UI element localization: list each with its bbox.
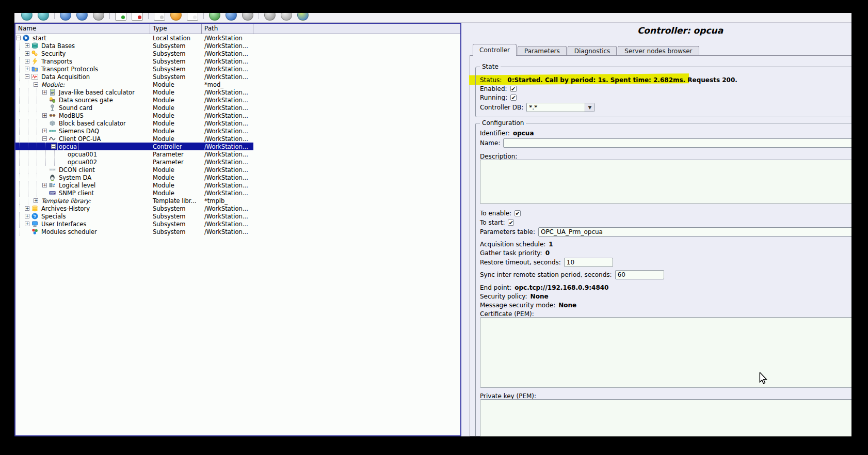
collapse-icon[interactable]: − bbox=[34, 82, 38, 87]
tree-indent-guide bbox=[34, 135, 42, 143]
save-icon[interactable] bbox=[76, 13, 88, 21]
name-field[interactable] bbox=[503, 138, 851, 148]
tree-row-main: Block based calculatorModule/WorkStation… bbox=[15, 119, 253, 127]
tree-body: −startLocal station/WorkStation+Data Bas… bbox=[15, 34, 460, 236]
tree-cell-type: Module bbox=[150, 97, 202, 104]
tree-indent-guide bbox=[16, 220, 25, 228]
expand-icon[interactable]: + bbox=[25, 206, 29, 211]
collapse-icon[interactable]: − bbox=[51, 144, 56, 149]
tab-controller[interactable]: Controller bbox=[473, 44, 517, 56]
private-key-field[interactable] bbox=[480, 399, 851, 436]
to-enable-checkbox[interactable]: ✔ bbox=[515, 210, 521, 216]
tree-row[interactable]: +SIEMENSSiemens DAQModule/WorkStation... bbox=[15, 127, 460, 135]
security-policy-row: Security policy: None bbox=[480, 292, 549, 301]
svg-text:SIEMENS: SIEMENS bbox=[49, 130, 56, 132]
sync-period-field[interactable] bbox=[615, 270, 664, 279]
tree-row[interactable]: +Data BasesSubsystem/WorkStation... bbox=[15, 42, 460, 50]
to-start-checkbox[interactable]: ✔ bbox=[508, 219, 514, 226]
load-icon[interactable] bbox=[60, 13, 71, 21]
tree-item-label: Modules scheduler bbox=[40, 228, 98, 236]
enabled-row: Enabled: ✔ bbox=[480, 85, 517, 93]
up-icon[interactable] bbox=[93, 13, 104, 21]
tree-row[interactable]: +TransportsSubsystem/WorkStation... bbox=[15, 57, 460, 65]
tree-row[interactable]: +Transport ProtocolsSubsystem/WorkStatio… bbox=[15, 65, 460, 73]
expand-icon[interactable]: + bbox=[25, 59, 29, 64]
delete-item-icon[interactable] bbox=[132, 13, 143, 21]
refresh-icon[interactable] bbox=[209, 13, 220, 21]
restore-timeout-field[interactable] bbox=[564, 258, 613, 267]
parameters-table-field[interactable] bbox=[538, 227, 851, 237]
tree-indent-guide bbox=[25, 158, 34, 166]
tree-cell-path: /WorkStation... bbox=[202, 89, 253, 96]
disconnect-icon[interactable] bbox=[38, 13, 49, 21]
tree-row[interactable]: −Module:Module*mod_ bbox=[15, 81, 460, 88]
tree-row[interactable]: +?SpecialsSubsystem/WorkStation... bbox=[15, 212, 460, 220]
tree-cell-path: /WorkStation... bbox=[202, 143, 253, 150]
tree-row[interactable]: SNMPSNMP clientModule/WorkStation... bbox=[15, 189, 460, 197]
chevron-down-icon[interactable]: ▼ bbox=[585, 103, 594, 112]
expand-icon[interactable]: + bbox=[34, 198, 38, 203]
tree-row[interactable]: opcua001Parameter/WorkStation... bbox=[15, 150, 460, 158]
expand-icon[interactable]: + bbox=[25, 222, 29, 226]
controller-db-label: Controller DB: bbox=[480, 104, 523, 111]
collapse-icon[interactable]: − bbox=[25, 74, 29, 79]
tab-parameters[interactable]: Parameters bbox=[518, 46, 567, 56]
about-icon[interactable] bbox=[297, 13, 309, 21]
collapse-icon[interactable]: − bbox=[42, 136, 47, 141]
expand-icon[interactable]: + bbox=[42, 90, 47, 95]
paste-icon[interactable] bbox=[187, 13, 198, 21]
expand-icon[interactable]: + bbox=[25, 43, 29, 48]
description-field[interactable] bbox=[480, 160, 851, 204]
tab-server-nodes-browser[interactable]: Server nodes browser bbox=[618, 46, 699, 56]
tree-cell-type: Module bbox=[150, 81, 202, 88]
tree-row[interactable]: −opcuaController/WorkStation... bbox=[15, 143, 460, 150]
expand-icon[interactable]: + bbox=[42, 129, 47, 133]
undo-icon[interactable] bbox=[264, 13, 276, 21]
expand-icon[interactable]: + bbox=[42, 183, 47, 187]
collapse-icon[interactable]: − bbox=[16, 36, 21, 40]
start-icon[interactable] bbox=[226, 13, 237, 21]
tree-row[interactable]: DCONDCON clientModule/WorkStation... bbox=[15, 166, 460, 174]
tree-indent-guide bbox=[16, 166, 25, 174]
tree-row[interactable]: −Client OPC-UAModule/WorkStation... bbox=[15, 135, 460, 143]
tree-row[interactable]: Modules schedulerSubsystem/WorkStation..… bbox=[15, 228, 460, 236]
tree-row[interactable]: −startLocal station/WorkStation bbox=[15, 34, 460, 42]
tree-row[interactable]: +Java-like based calculatorModule/WorkSt… bbox=[15, 88, 460, 96]
tree-row[interactable]: −Data AcquisitionSubsystem/WorkStation..… bbox=[15, 73, 460, 81]
add-item-icon[interactable] bbox=[115, 13, 126, 21]
tree-indent-guide bbox=[25, 119, 34, 127]
connect-icon[interactable] bbox=[21, 13, 33, 21]
stop-icon[interactable] bbox=[242, 13, 253, 21]
controller-db-select[interactable]: *.* ▼ bbox=[526, 103, 594, 112]
cut-icon[interactable] bbox=[170, 13, 182, 21]
running-checkbox[interactable]: ✔ bbox=[510, 95, 517, 101]
tree-cell-name: +Java-like based calculator bbox=[15, 88, 150, 96]
tree-row[interactable]: System DAModule/WorkStation... bbox=[15, 174, 460, 181]
tree-row[interactable]: Sound cardModule/WorkStation... bbox=[15, 104, 460, 112]
tree-row[interactable]: +ModBUSModule/WorkStation... bbox=[15, 112, 460, 119]
tree-row[interactable]: +Archives-HistorySubsystem/WorkStation..… bbox=[15, 205, 460, 212]
tree-cell-type: Module bbox=[150, 120, 202, 127]
enabled-label: Enabled: bbox=[480, 85, 507, 92]
tree-row[interactable]: +Logical levelModule/WorkStation... bbox=[15, 181, 460, 189]
expand-icon[interactable]: + bbox=[25, 67, 29, 71]
tree-row-main: +SIEMENSSiemens DAQModule/WorkStation... bbox=[15, 127, 253, 135]
gather-priority-label: Gather task priority: bbox=[480, 249, 542, 257]
tree-row[interactable]: opcua002Parameter/WorkStation... bbox=[15, 158, 460, 166]
tree-row[interactable]: +Template library:Template libr...*tmplb… bbox=[15, 197, 460, 205]
tree-row[interactable]: +SecuritySubsystem/WorkStation... bbox=[15, 50, 460, 57]
tree-cell-path: /WorkStation... bbox=[202, 213, 253, 220]
tree-row[interactable]: Block based calculatorModule/WorkStation… bbox=[15, 119, 460, 127]
copy-icon[interactable] bbox=[154, 13, 165, 21]
tree-row[interactable]: +User InterfacesSubsystem/WorkStation... bbox=[15, 220, 460, 228]
gather-priority-value: 0 bbox=[545, 249, 550, 257]
tree-row[interactable]: Data sources gateModule/WorkStation... bbox=[15, 96, 460, 104]
tree-indent-guide bbox=[16, 143, 25, 150]
enabled-checkbox[interactable]: ✔ bbox=[510, 86, 517, 92]
redo-icon[interactable] bbox=[281, 13, 292, 21]
expand-icon[interactable]: + bbox=[42, 113, 47, 118]
expand-icon[interactable]: + bbox=[25, 51, 29, 56]
expand-icon[interactable]: + bbox=[25, 214, 29, 218]
certificate-field[interactable] bbox=[480, 317, 851, 388]
tab-diagnostics[interactable]: Diagnostics bbox=[568, 46, 617, 56]
